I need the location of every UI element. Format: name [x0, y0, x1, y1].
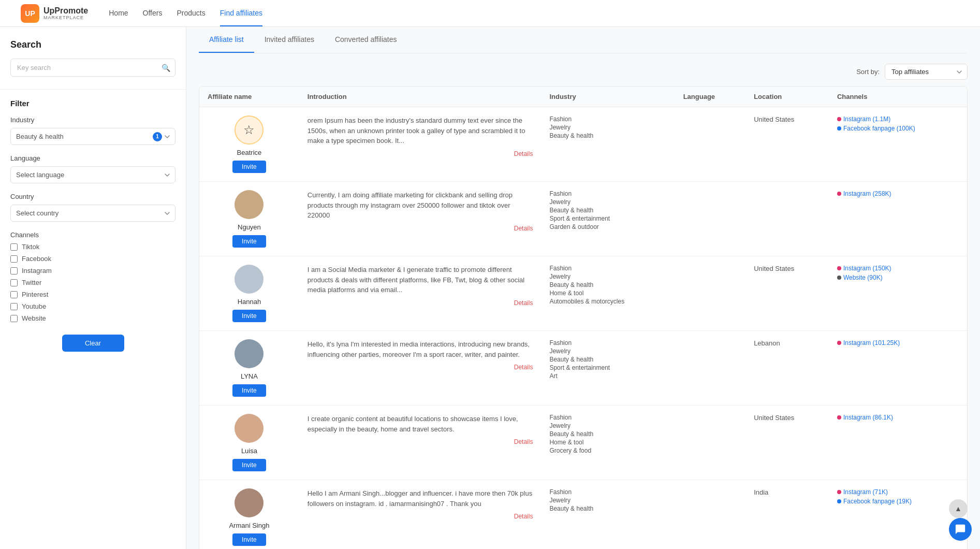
twitter-label: Twitter [22, 279, 41, 286]
clear-button[interactable]: Clear [62, 335, 124, 352]
col-location: Location [745, 86, 829, 107]
youtube-checkbox[interactable] [10, 303, 18, 310]
channel-twitter[interactable]: Twitter [10, 279, 175, 286]
affiliates-table-wrap: Affiliate name Introduction Industry Lan… [199, 86, 968, 549]
facebook-channel-link[interactable]: Facebook fanpage (100K) [837, 125, 959, 132]
channel-instagram[interactable]: Instagram [10, 267, 175, 274]
instagram-channel-link[interactable]: Instagram (1.1M) [837, 115, 959, 123]
nav-offers[interactable]: Offers [143, 1, 163, 26]
channels-cell: Instagram (258K) [829, 182, 967, 256]
affiliate-cell: ☆ Beatrice Invite [199, 107, 299, 182]
industry-tag: Jewelry [549, 348, 666, 355]
affiliate-info: Armani Singh Invite [208, 488, 291, 546]
location-cell: United States [745, 406, 829, 480]
table-row: Armani Singh Invite Hello I am Armani Si… [199, 480, 967, 550]
country-select[interactable]: Select country United States Lebanon Ind… [10, 205, 175, 222]
industry-tags: Fashion Jewelry Beauty & health Sport & … [549, 190, 666, 230]
scroll-top-button[interactable]: ▲ [949, 499, 968, 518]
table-row: Luisa Invite I create organic content at… [199, 406, 967, 480]
location-cell: India [745, 480, 829, 550]
affiliate-info: LYNA Invite [208, 339, 291, 397]
affiliate-cell: Nguyen Invite [199, 182, 299, 256]
intro-cell: Hello I am Armani Singh...blogger and in… [299, 480, 542, 550]
channel-youtube[interactable]: Youtube [10, 302, 175, 310]
main-nav: Home Offers Products Find affiliates [109, 1, 262, 26]
invite-button[interactable]: Invite [232, 310, 266, 322]
facebook-checkbox[interactable] [10, 255, 18, 263]
tiktok-checkbox[interactable] [10, 243, 18, 251]
instagram-channel-link[interactable]: Instagram (71K) [837, 488, 959, 496]
instagram-channel-link[interactable]: Instagram (101.25K) [837, 339, 959, 346]
channel-website[interactable]: Website [10, 314, 175, 322]
instagram-checkbox[interactable] [10, 267, 18, 274]
invite-button[interactable]: Invite [232, 533, 266, 546]
channels-cell: Instagram (150K) Website (90K) [829, 256, 967, 331]
logo-subtitle: MARKETPLACE [43, 16, 88, 20]
table-row: LYNA Invite Hello, it's lyna I'm interes… [199, 331, 967, 406]
main-content: Affiliate list Invited affiliates Conver… [186, 27, 980, 549]
instagram-channel-link[interactable]: Instagram (86.1K) [837, 414, 959, 421]
affiliate-cell: Armani Singh Invite [199, 480, 299, 550]
twitter-checkbox[interactable] [10, 279, 18, 286]
affiliate-name: Luisa [241, 447, 257, 455]
industry-tag: Home & tool [549, 439, 666, 446]
invite-button[interactable]: Invite [232, 384, 266, 397]
industry-cell: Fashion Jewelry Beauty & health [541, 107, 675, 182]
nav-home[interactable]: Home [109, 1, 128, 26]
search-input[interactable] [10, 59, 175, 77]
language-filter: Language Select language English French … [10, 154, 175, 183]
intro-text: I create organic content at beautiful lo… [308, 414, 533, 434]
instagram-channel-link[interactable]: Instagram (258K) [837, 190, 959, 197]
facebook-channel-link[interactable]: Facebook fanpage (19K) [837, 498, 959, 505]
chat-bubble-button[interactable] [949, 518, 972, 541]
instagram-channel-link[interactable]: Instagram (150K) [837, 265, 959, 272]
intro-cell: I create organic content at beautiful lo… [299, 406, 542, 480]
tab-affiliate-list[interactable]: Affiliate list [199, 27, 254, 53]
location-text: Lebanon [754, 339, 780, 347]
logo-name: UpPromote [43, 6, 88, 15]
industry-tag: Sport & entertainment [549, 215, 666, 222]
sort-select[interactable]: Top affiliates Most followers Newest [885, 64, 968, 80]
search-title: Search [10, 39, 175, 50]
language-cell [675, 331, 745, 406]
details-link[interactable]: Details [308, 364, 533, 371]
invite-button[interactable]: Invite [232, 459, 266, 471]
logo-icon: UP [21, 4, 39, 23]
website-channel-link[interactable]: Website (90K) [837, 274, 959, 281]
affiliate-info: Luisa Invite [208, 414, 291, 471]
invite-button[interactable]: Invite [232, 235, 266, 248]
tab-converted-affiliates[interactable]: Converted affiliates [325, 27, 407, 53]
channels-cell: Instagram (86.1K) [829, 406, 967, 480]
affiliate-name: Beatrice [237, 149, 262, 156]
industry-cell: Fashion Jewelry Beauty & health Sport & … [541, 182, 675, 256]
details-link[interactable]: Details [308, 225, 533, 232]
details-link[interactable]: Details [308, 438, 533, 445]
industry-tags: Fashion Jewelry Beauty & health Home & t… [549, 414, 666, 454]
tiktok-label: Tiktok [22, 243, 39, 251]
channel-tiktok[interactable]: Tiktok [10, 243, 175, 251]
industry-cell: Fashion Jewelry Beauty & health Home & t… [541, 406, 675, 480]
location-text: United States [754, 115, 794, 123]
website-label: Website [22, 314, 46, 322]
language-cell [675, 406, 745, 480]
website-checkbox[interactable] [10, 315, 18, 322]
pinterest-checkbox[interactable] [10, 291, 18, 298]
col-language: Language [675, 86, 745, 107]
invite-button[interactable]: Invite [232, 161, 266, 173]
details-link[interactable]: Details [308, 299, 533, 307]
language-cell [675, 256, 745, 331]
tab-invited-affiliates[interactable]: Invited affiliates [254, 27, 325, 53]
channel-facebook[interactable]: Facebook [10, 255, 175, 263]
details-link[interactable]: Details [308, 513, 533, 520]
instagram-label: Instagram [22, 267, 52, 274]
nav-products[interactable]: Products [177, 1, 205, 26]
channel-pinterest[interactable]: Pinterest [10, 291, 175, 298]
affiliate-name: Hannah [238, 298, 261, 306]
table-row: Hannah Invite I am a Social Media market… [199, 256, 967, 331]
industry-tag: Jewelry [549, 273, 666, 280]
nav-find-affiliates[interactable]: Find affiliates [220, 1, 262, 26]
channels-cell: Instagram (101.25K) [829, 331, 967, 406]
details-link[interactable]: Details [308, 150, 533, 157]
language-select[interactable]: Select language English French Spanish [10, 166, 175, 183]
industry-select[interactable]: Beauty & health Fashion Jewelry Sport & … [10, 128, 175, 145]
